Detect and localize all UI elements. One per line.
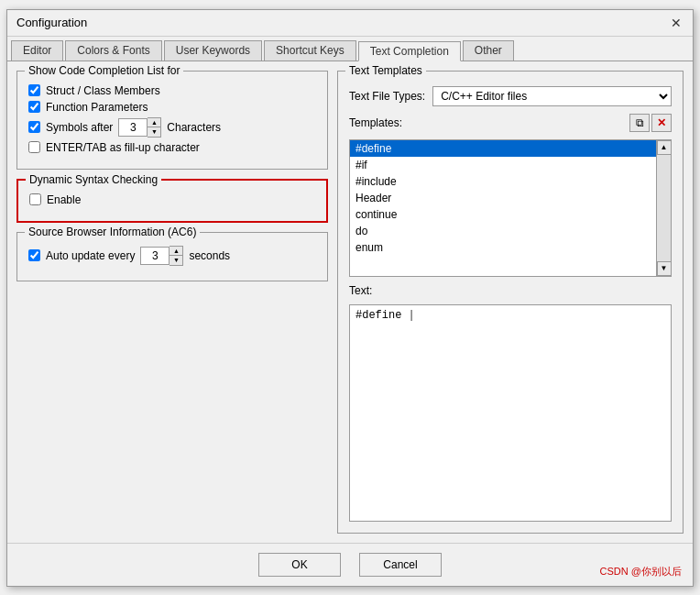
text-templates-group: Text Templates Text File Types: C/C++ Ed… (337, 71, 684, 534)
auto-update-suffix: seconds (189, 249, 230, 262)
ok-button[interactable]: OK (258, 553, 341, 577)
enable-label: Enable (47, 193, 81, 206)
code-completion-group: Show Code Completion List for Struct / C… (16, 71, 328, 170)
function-params-checkbox[interactable] (28, 101, 40, 113)
templates-actions: ⧉ ✕ (629, 114, 672, 132)
symbols-spinner: 3 ▲ ▼ (118, 117, 161, 138)
auto-update-up-btn[interactable]: ▲ (170, 247, 182, 256)
left-panel: Show Code Completion List for Struct / C… (16, 71, 328, 534)
templates-header: Templates: ⧉ ✕ (349, 114, 672, 132)
enter-tab-row: ENTER/TAB as fill-up character (28, 141, 316, 154)
symbols-up-btn[interactable]: ▲ (148, 118, 160, 127)
text-area[interactable]: #define (349, 304, 672, 522)
text-value: #define (355, 309, 409, 322)
symbols-label: Symbols after (46, 121, 113, 134)
struct-members-label: Struct / Class Members (46, 84, 160, 97)
source-browser-group: Source Browser Information (AC6) Auto up… (16, 232, 328, 281)
text-templates-title: Text Templates (345, 64, 426, 77)
window-title: Configuration (16, 16, 87, 29)
symbols-checkbox[interactable] (28, 121, 40, 133)
auto-update-spinner: 3 ▲ ▼ (140, 246, 183, 266)
tab-other[interactable]: Other (463, 40, 514, 61)
enable-row: Enable (29, 193, 315, 206)
right-panel: Text Templates Text File Types: C/C++ Ed… (337, 71, 684, 534)
dynamic-syntax-title: Dynamic Syntax Checking (26, 173, 161, 186)
file-types-select[interactable]: C/C++ Editor files (432, 86, 672, 106)
configuration-window: Configuration ✕ Editor Colors & Fonts Us… (6, 9, 694, 587)
templates-label: Templates: (349, 116, 402, 129)
enable-checkbox[interactable] (29, 193, 41, 205)
function-params-row: Function Parameters (28, 101, 316, 114)
code-completion-title: Show Code Completion List for (25, 64, 183, 77)
scroll-up-btn[interactable]: ▲ (657, 140, 672, 155)
template-item[interactable]: do (350, 223, 656, 239)
templates-list-wrapper: #define #if #include Header continue do … (349, 139, 672, 277)
template-delete-btn[interactable]: ✕ (651, 114, 672, 132)
file-types-label: Text File Types: (349, 90, 425, 103)
symbols-down-btn[interactable]: ▼ (148, 127, 160, 137)
tab-user-keywords[interactable]: User Keywords (164, 40, 262, 61)
tab-editor[interactable]: Editor (11, 40, 63, 61)
struct-members-checkbox[interactable] (28, 84, 40, 96)
function-params-label: Function Parameters (46, 101, 148, 114)
enter-tab-label: ENTER/TAB as fill-up character (46, 141, 200, 154)
tab-bar: Editor Colors & Fonts User Keywords Shor… (7, 37, 693, 61)
enter-tab-checkbox[interactable] (28, 141, 40, 153)
scroll-track (657, 155, 671, 261)
template-item[interactable]: Header (350, 190, 656, 206)
text-cursor (409, 309, 415, 322)
file-type-row: Text File Types: C/C++ Editor files (349, 86, 672, 106)
symbols-row: Symbols after 3 ▲ ▼ Characters (28, 117, 316, 138)
templates-scrollbar: ▲ ▼ (656, 140, 671, 276)
tab-colors-fonts[interactable]: Colors & Fonts (65, 40, 161, 61)
templates-list: #define #if #include Header continue do … (349, 139, 672, 277)
template-item[interactable]: #define (350, 140, 656, 157)
template-item[interactable]: enum (350, 239, 656, 256)
template-item[interactable]: continue (350, 206, 656, 223)
template-item[interactable]: #if (350, 157, 656, 173)
footer: OK Cancel CSDN @你别以后 (7, 543, 693, 586)
auto-update-input[interactable]: 3 (140, 247, 170, 265)
template-item[interactable]: #include (350, 173, 656, 190)
auto-update-row: Auto update every 3 ▲ ▼ seconds (28, 246, 316, 266)
auto-update-down-btn[interactable]: ▼ (170, 256, 182, 265)
main-content: Show Code Completion List for Struct / C… (7, 61, 693, 543)
watermark: CSDN @你别以后 (600, 565, 682, 578)
templates-list-items: #define #if #include Header continue do … (350, 140, 656, 276)
cancel-button[interactable]: Cancel (359, 553, 442, 577)
scroll-down-btn[interactable]: ▼ (657, 261, 672, 276)
symbols-input[interactable]: 3 (118, 118, 148, 137)
tab-shortcut-keys[interactable]: Shortcut Keys (264, 40, 356, 61)
auto-update-checkbox[interactable] (28, 249, 40, 261)
dynamic-syntax-group: Dynamic Syntax Checking Enable (16, 179, 328, 223)
template-copy-btn[interactable]: ⧉ (629, 114, 650, 132)
auto-update-label: Auto update every (46, 249, 135, 262)
tab-text-completion[interactable]: Text Completion (358, 41, 461, 61)
symbols-suffix: Characters (167, 121, 221, 134)
text-label: Text: (349, 284, 672, 297)
title-bar: Configuration ✕ (7, 10, 693, 37)
struct-members-row: Struct / Class Members (28, 84, 316, 97)
close-button[interactable]: ✕ (669, 16, 684, 30)
source-browser-title: Source Browser Information (AC6) (25, 226, 200, 238)
